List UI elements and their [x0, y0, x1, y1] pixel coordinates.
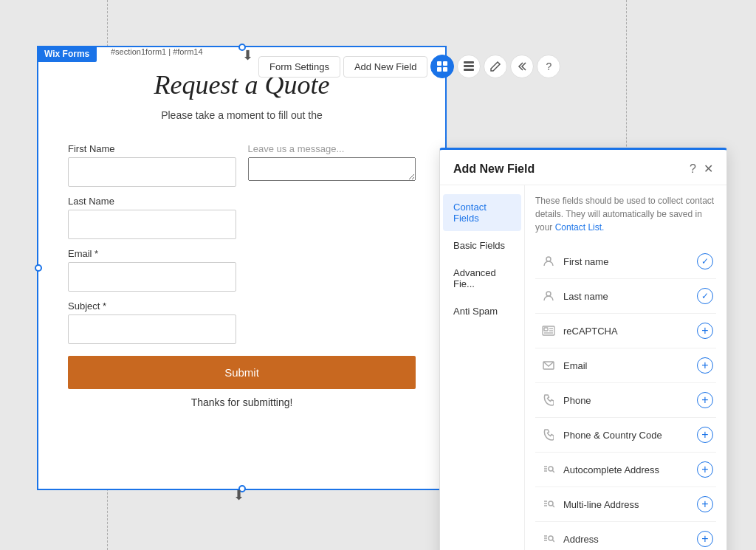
- svg-rect-6: [464, 69, 474, 71]
- person-icon-last-name: [538, 286, 559, 306]
- svg-rect-4: [464, 61, 474, 63]
- field-item-phone-country[interactable]: Phone & Country Code +: [535, 418, 716, 453]
- field-name-multiline-address: Multi-line Address: [563, 499, 697, 510]
- field-name-email: Email: [563, 360, 697, 371]
- field-name-last-name: Last name: [563, 291, 697, 302]
- first-name-group: First Name: [68, 143, 236, 187]
- last-name-group: Last Name: [68, 196, 236, 239]
- svg-rect-3: [443, 67, 447, 72]
- field-name-autocomplete-address: Autocomplete Address: [563, 464, 697, 475]
- message-label: Leave us a message...: [248, 143, 416, 154]
- phone-country-icon: [538, 424, 559, 445]
- panel-header: Add New Field ? ✕: [440, 150, 726, 185]
- svg-rect-0: [437, 61, 441, 66]
- svg-point-23: [549, 501, 553, 506]
- svg-rect-1: [443, 61, 447, 66]
- sidebar-item-antispam[interactable]: Anti Spam: [443, 298, 521, 324]
- double-chevron-left-icon: [516, 61, 528, 72]
- email-input[interactable]: [68, 262, 236, 292]
- field-name-phone: Phone: [563, 395, 697, 406]
- svg-point-18: [549, 467, 553, 471]
- field-item-multiline-address[interactable]: Multi-line Address +: [535, 487, 716, 522]
- subject-input[interactable]: [68, 314, 236, 344]
- field-add-phone[interactable]: +: [697, 392, 713, 408]
- field-add-recaptcha[interactable]: +: [697, 323, 713, 339]
- field-add-autocomplete-address[interactable]: +: [697, 461, 713, 478]
- back-icon-button[interactable]: [510, 55, 534, 78]
- field-name-recaptcha: reCAPTCHA: [563, 326, 697, 337]
- last-name-label: Last Name: [68, 196, 236, 207]
- download-bottom-icon[interactable]: ⬇: [233, 487, 244, 503]
- first-name-input[interactable]: [68, 157, 236, 187]
- table-icon: [463, 61, 475, 72]
- svg-line-19: [553, 471, 555, 473]
- form-settings-button[interactable]: Form Settings: [258, 56, 340, 78]
- field-item-first-name[interactable]: First name ✓: [535, 244, 716, 279]
- edit-icon-button[interactable]: [484, 55, 507, 78]
- field-name-address: Address: [563, 534, 697, 545]
- message-textarea[interactable]: [248, 157, 416, 181]
- table-icon-button[interactable]: [457, 55, 481, 78]
- field-item-last-name[interactable]: Last name ✓: [535, 279, 716, 314]
- field-item-autocomplete-address[interactable]: Autocomplete Address +: [535, 453, 716, 487]
- submit-button[interactable]: Submit: [68, 356, 416, 389]
- field-add-address[interactable]: +: [697, 531, 713, 547]
- contact-list-link[interactable]: Contact List.: [555, 222, 605, 233]
- svg-rect-10: [544, 328, 548, 331]
- phone-icon: [538, 390, 559, 410]
- field-item-phone[interactable]: Phone +: [535, 383, 716, 418]
- last-name-input[interactable]: [68, 210, 236, 239]
- sidebar-item-contact[interactable]: Contact Fields: [443, 194, 521, 231]
- form-grid: First Name Last Name Email * Subject *: [68, 143, 416, 344]
- svg-line-24: [553, 506, 555, 508]
- field-check-first-name: ✓: [697, 253, 713, 269]
- layout-icon-button[interactable]: [430, 55, 454, 78]
- svg-line-29: [553, 540, 555, 543]
- sidebar-item-advanced[interactable]: Advanced Fie...: [443, 260, 521, 297]
- address-icon-multiline: [538, 494, 559, 515]
- email-label: Email *: [68, 248, 236, 259]
- toolbar: Form Settings Add New Field ?: [258, 55, 560, 78]
- sidebar-item-basic[interactable]: Basic Fields: [443, 233, 521, 258]
- field-name-first-name: First name: [563, 256, 697, 267]
- address-icon-autocomplete: [538, 459, 559, 480]
- help-icon-button[interactable]: ?: [537, 55, 560, 78]
- panel-header-actions: ? ✕: [690, 162, 713, 176]
- first-name-label: First Name: [68, 143, 236, 154]
- field-add-phone-country[interactable]: +: [697, 427, 713, 443]
- question-icon: ?: [546, 61, 552, 72]
- panel-help-icon[interactable]: ?: [690, 162, 696, 176]
- form-selected-area: ⬇ Request a Quote Please take a moment t…: [37, 46, 447, 490]
- field-list: First name ✓ Last name ✓: [535, 244, 716, 550]
- panel-close-icon[interactable]: ✕: [704, 162, 713, 176]
- add-new-field-button[interactable]: Add New Field: [343, 56, 428, 78]
- canvas: Wix Forms #section1form1 | #form14 Form …: [0, 0, 756, 550]
- field-add-email[interactable]: +: [697, 357, 713, 374]
- field-name-phone-country: Phone & Country Code: [563, 430, 697, 441]
- panel-title: Add New Field: [453, 162, 535, 176]
- subject-label: Subject *: [68, 300, 236, 312]
- element-path: #section1form1 | #form14: [111, 47, 203, 56]
- field-check-last-name: ✓: [697, 288, 713, 304]
- address-icon: [538, 529, 559, 549]
- email-icon: [538, 355, 559, 376]
- field-item-recaptcha[interactable]: reCAPTCHA +: [535, 314, 716, 348]
- form-right-column: Leave us a message...: [248, 143, 416, 344]
- form-left-column: First Name Last Name Email * Subject *: [68, 143, 236, 344]
- svg-rect-5: [464, 65, 474, 67]
- panel-body: Contact Fields Basic Fields Advanced Fie…: [440, 185, 726, 550]
- resize-handle-left[interactable]: [35, 264, 42, 272]
- add-field-panel: Add New Field ? ✕ Contact Fields Basic F…: [439, 148, 727, 550]
- form-subtitle: Please take a moment to fill out the: [68, 109, 416, 121]
- field-add-multiline-address[interactable]: +: [697, 496, 713, 512]
- grid-icon: [436, 61, 448, 72]
- svg-point-7: [546, 257, 551, 261]
- pencil-icon: [489, 61, 501, 72]
- panel-description: These fields should be used to collect c…: [535, 194, 716, 234]
- form-content: Request a Quote Please take a moment to …: [38, 47, 445, 430]
- download-top-icon[interactable]: ⬇: [242, 47, 253, 63]
- svg-point-8: [546, 292, 551, 296]
- field-item-email[interactable]: Email +: [535, 348, 716, 383]
- field-item-address[interactable]: Address +: [535, 522, 716, 550]
- subject-group: Subject *: [68, 300, 236, 344]
